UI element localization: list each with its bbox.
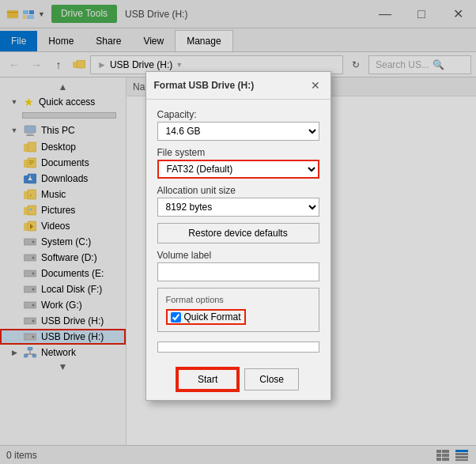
allocation-select-wrapper: 512 bytes 1024 bytes 2048 bytes 4096 byt…	[157, 198, 319, 217]
filesystem-label: File system	[157, 147, 319, 158]
allocation-label: Allocation unit size	[157, 185, 319, 196]
format-progress-bar	[157, 341, 319, 353]
volume-label-section: Volume label	[157, 250, 319, 281]
quick-format-checkbox[interactable]	[171, 312, 181, 323]
quick-format-row: Quick Format	[166, 309, 311, 325]
start-button[interactable]: Start	[177, 368, 238, 390]
capacity-label: Capacity:	[157, 109, 319, 120]
filesystem-section: File system FAT32 (Default) NTFS exFAT	[157, 147, 319, 179]
modal-body: Capacity: 14.6 GB File system FAT32 (Def…	[146, 100, 331, 362]
volume-label-input[interactable]	[157, 262, 319, 281]
modal-overlay: Format USB Drive (H:) ✕ Capacity: 14.6 G…	[0, 0, 476, 464]
modal-titlebar: Format USB Drive (H:) ✕	[146, 72, 331, 100]
format-options-label: Format options	[166, 295, 311, 304]
quick-format-checkbox-wrapper: Quick Format	[166, 309, 246, 325]
format-options-group: Format options Quick Format	[157, 288, 319, 332]
capacity-select[interactable]: 14.6 GB	[157, 122, 319, 141]
capacity-section: Capacity: 14.6 GB	[157, 109, 319, 141]
allocation-select[interactable]: 512 bytes 1024 bytes 2048 bytes 4096 byt…	[157, 198, 319, 217]
modal-title: Format USB Drive (H:)	[154, 80, 255, 91]
format-dialog: Format USB Drive (H:) ✕ Capacity: 14.6 G…	[145, 71, 331, 401]
modal-close-icon-button[interactable]: ✕	[308, 78, 323, 92]
close-modal-button[interactable]: Close	[244, 368, 299, 390]
restore-defaults-button[interactable]: Restore device defaults	[157, 223, 319, 243]
filesystem-select-wrapper: FAT32 (Default) NTFS exFAT	[157, 160, 319, 179]
modal-footer: Start Close	[146, 362, 331, 400]
allocation-section: Allocation unit size 512 bytes 1024 byte…	[157, 185, 319, 217]
volume-label-label: Volume label	[157, 250, 319, 261]
filesystem-select[interactable]: FAT32 (Default) NTFS exFAT	[157, 160, 319, 179]
quick-format-label: Quick Format	[184, 311, 241, 323]
capacity-select-wrapper: 14.6 GB	[157, 122, 319, 141]
